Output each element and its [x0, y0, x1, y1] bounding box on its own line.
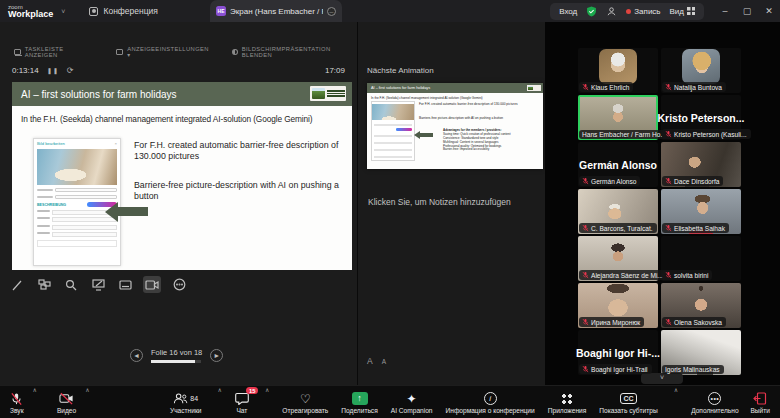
record-dot-icon: [626, 9, 631, 14]
participants-button[interactable]: 84 Участники: [170, 386, 202, 418]
minimize-button[interactable]: –: [714, 6, 736, 16]
notes-font-increase-button[interactable]: A: [367, 356, 373, 366]
captions-options-chevron[interactable]: ∧: [674, 386, 678, 407]
card-title: Bild bearbeiten: [37, 141, 65, 146]
tab-meeting[interactable]: Конференция: [89, 6, 157, 16]
muted-mic-icon: [665, 318, 672, 326]
avatar: HE: [216, 6, 226, 16]
chevron-down-icon[interactable]: ˅: [61, 8, 65, 15]
leave-icon: [753, 392, 767, 405]
video-tile[interactable]: solvita birini: [661, 236, 741, 281]
taskbar-icon: [14, 49, 21, 55]
more-tools-button[interactable]: [170, 276, 188, 293]
presenter-menu: TASKLEISTE ANZEIGEN ANZEIGEEINSTELLUNGEN…: [14, 46, 357, 58]
security-shield-icon[interactable]: [586, 6, 597, 17]
blank-screen-button[interactable]: BILDSCHIRMPRÄSENTATION BLENDEN: [232, 46, 357, 58]
ai-sparkle-icon: ✦: [407, 393, 417, 405]
collapse-tab-icon[interactable]: –: [327, 7, 336, 16]
description-link: BESCHREIBUNG: [37, 203, 66, 207]
presenter-toolbar: [8, 276, 188, 293]
urlaub-am-bauernhof-logo: [527, 85, 541, 92]
avatar: [599, 49, 637, 84]
more-button[interactable]: ••• Дополнительно: [691, 386, 738, 418]
ai-companion-button[interactable]: ✦ AI Companion: [391, 386, 433, 418]
muted-mic-icon: [582, 365, 589, 373]
muted-mic-icon: [582, 271, 589, 279]
chat-options-chevron[interactable]: ∧: [265, 386, 269, 407]
shared-screen-presenter-view: TASKLEISTE ANZEIGEN ANZEIGEEINSTELLUNGEN…: [0, 22, 357, 385]
signin-button[interactable]: Вход: [559, 7, 577, 16]
more-ellipsis-icon: •••: [708, 392, 721, 405]
start-video-button[interactable]: Видео: [57, 386, 76, 418]
video-tile[interactable]: Igoris Malinauskas: [661, 330, 741, 375]
chat-icon: [235, 392, 249, 405]
video-tile[interactable]: Ирина Миронюк: [578, 283, 658, 328]
chat-button[interactable]: 15 Чат: [235, 386, 249, 418]
titlebar-controls: Вход Запись Вид – ▢ ✕: [550, 0, 780, 22]
slide-title: AI – first solutions for farm holidays: [12, 89, 177, 100]
show-captions-button[interactable]: CC Показать субтитры: [599, 386, 657, 418]
clock-time: 17:09: [325, 66, 345, 75]
video-tile[interactable]: Dace Dinsdorfa: [661, 142, 741, 187]
muted-mic-icon: [582, 83, 589, 91]
zoom-meeting-window: zoom Workplace ˅ Конференция HE Экран (H…: [0, 0, 780, 418]
apps-button[interactable]: Приложения: [548, 386, 587, 418]
tab-screen-share[interactable]: HE Экран (Hans Embacher / Farm Ho –: [210, 0, 342, 22]
slide-paragraph-2: Barriere-free picture-description with A…: [134, 180, 346, 201]
notes-placeholder[interactable]: Klicken Sie, um Notizen hinzuzufügen: [368, 197, 511, 207]
muted-mic-icon: [665, 224, 672, 232]
hotel-room-photo: [37, 149, 117, 185]
zoom-tool-button[interactable]: [62, 276, 80, 293]
presence-icon[interactable]: [606, 6, 617, 17]
video-tile[interactable]: Elisabetta Saihak: [661, 189, 741, 234]
window-titlebar: zoom Workplace ˅ Конференция HE Экран (H…: [0, 0, 780, 22]
maximize-button[interactable]: ▢: [736, 6, 758, 16]
camera-button[interactable]: [143, 276, 161, 293]
muted-mic-icon: [665, 83, 672, 91]
participant-name-label: Ирина Миронюк: [579, 317, 644, 327]
share-screen-button[interactable]: ↑ Поделиться: [341, 386, 377, 418]
display-settings-button[interactable]: ANZEIGEEINSTELLUNGEN ▾: [116, 46, 210, 58]
video-tile-active-speaker[interactable]: Hans Embacher / Farm Ho.: [578, 95, 658, 140]
participant-name-label: Olena Sakovska: [662, 317, 726, 327]
participant-name-label: Alejandra Sáenz de Mi...: [579, 270, 667, 280]
video-tile[interactable]: Natalija Buntova: [661, 48, 741, 93]
subtitles-button[interactable]: [116, 276, 134, 293]
audio-options-chevron[interactable]: ∧: [33, 386, 37, 407]
participant-name-label: Hans Embacher / Farm Ho.: [579, 130, 666, 139]
meeting-status-group: Вход Запись Вид: [550, 3, 704, 20]
next-slide-thumbnail: AI – first solutions for farm holidays I…: [367, 83, 543, 169]
previous-slide-button[interactable]: ◄: [130, 349, 143, 362]
view-button[interactable]: Вид: [670, 7, 695, 16]
show-taskbar-button[interactable]: TASKLEISTE ANZEIGEN: [14, 46, 94, 58]
next-slide-button[interactable]: ►: [210, 349, 223, 362]
slide-sorter-button[interactable]: [35, 276, 53, 293]
recording-indicator[interactable]: Запись: [626, 7, 660, 16]
video-tile[interactable]: Alejandra Sáenz de Mi...: [578, 236, 658, 281]
participants-options-chevron[interactable]: ∧: [218, 386, 222, 407]
pause-timer-icon[interactable]: ❚❚: [47, 67, 59, 74]
meeting-info-button[interactable]: i Информация о конференции: [446, 386, 535, 418]
more-participants-chevron-button[interactable]: ˅: [641, 373, 683, 384]
video-tile[interactable]: C. Barcons, Turalcat.: [578, 189, 658, 234]
next-animation-label: Nächste Animation: [367, 66, 434, 75]
close-button[interactable]: ✕: [758, 6, 780, 16]
video-tile[interactable]: Klaus Ehrlich: [578, 48, 658, 93]
video-tile[interactable]: Olena Sakovska: [661, 283, 741, 328]
video-tile[interactable]: Germán Alonso Germán Alonso: [578, 142, 658, 187]
urlaub-am-bauernhof-logo: [310, 86, 346, 101]
react-button[interactable]: ♡ Отреагировать: [282, 386, 328, 418]
video-tile[interactable]: Kristo Peterson... Kristo Peterson (Kasu…: [661, 95, 741, 140]
meeting-content: TASKLEISTE ANZEIGEN ANZEIGEEINSTELLUNGEN…: [0, 22, 780, 385]
black-screen-button[interactable]: [89, 276, 107, 293]
notes-font-decrease-button[interactable]: A: [382, 358, 386, 365]
mute-audio-button[interactable]: Звук: [10, 386, 24, 418]
restart-timer-icon[interactable]: ⟳: [67, 66, 74, 75]
close-icon: ×: [115, 141, 117, 146]
green-arrow-left: [118, 207, 148, 216]
video-options-chevron[interactable]: ∧: [85, 386, 89, 407]
pen-tool-button[interactable]: [8, 276, 26, 293]
video-tile[interactable]: Boaghi Igor Hi-... Boaghi Igor Hi-Trail: [578, 330, 658, 375]
green-arrow-left: [420, 133, 433, 137]
leave-meeting-button[interactable]: Выйти: [750, 386, 770, 418]
